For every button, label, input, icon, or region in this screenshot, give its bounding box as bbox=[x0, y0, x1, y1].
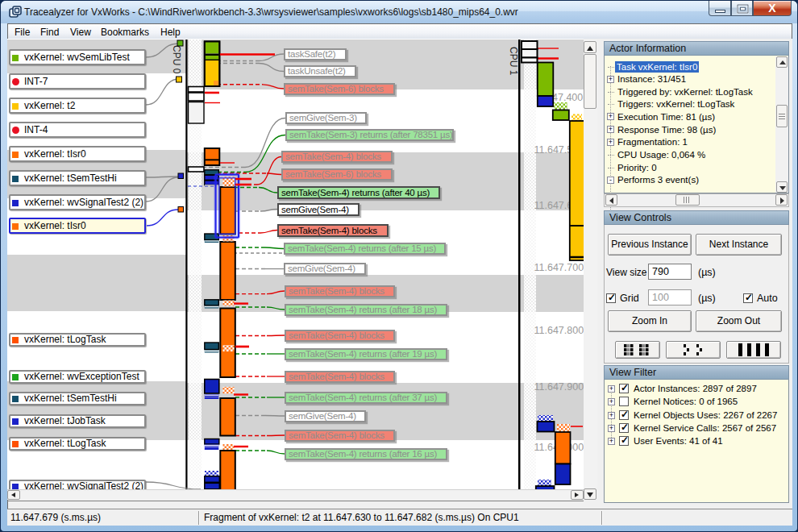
svg-text:CPU 0: CPU 0 bbox=[171, 45, 182, 74]
svg-text:11.647.800: 11.647.800 bbox=[534, 325, 584, 336]
svg-text:CPU 1: CPU 1 bbox=[508, 47, 519, 76]
svg-text:11.647.900: 11.647.900 bbox=[534, 381, 584, 393]
svg-text:47.400: 47.400 bbox=[552, 92, 583, 103]
svg-text:11.647.700: 11.647.700 bbox=[534, 262, 584, 273]
